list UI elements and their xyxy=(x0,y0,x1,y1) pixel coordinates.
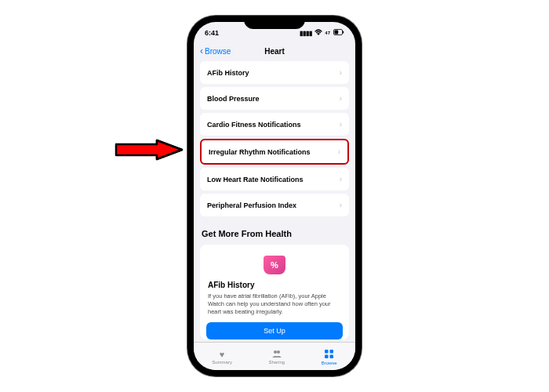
svg-rect-3 xyxy=(343,31,344,34)
tab-bar: ♥ Summary Sharing Browse xyxy=(194,342,355,370)
chevron-left-icon: ‹ xyxy=(200,45,203,56)
list-item-label: Blood Pressure xyxy=(207,95,260,103)
chevron-right-icon: › xyxy=(340,94,342,103)
chevron-right-icon: › xyxy=(340,68,342,77)
promo-icon-container: % xyxy=(208,252,341,281)
tab-sharing[interactable]: Sharing xyxy=(268,350,285,365)
promo-card-afib: % AFib History If you have atrial fibril… xyxy=(200,245,349,339)
battery-percentage: 47 xyxy=(325,31,330,35)
svg-rect-9 xyxy=(330,354,334,358)
list-item-label: Irregular Rhythm Notifications xyxy=(209,148,311,156)
afib-heart-icon: % xyxy=(264,256,285,274)
promo-description: If you have atrial fibrillation (AFib), … xyxy=(208,292,341,316)
list-item-irregular-rhythm[interactable]: Irregular Rhythm Notifications › xyxy=(200,139,349,165)
svg-point-0 xyxy=(318,34,320,35)
list-item-peripheral-perfusion[interactable]: Peripheral Perfusion Index › xyxy=(200,194,349,216)
phone-screen: 6:41 ▮▮▮▮ 47 ‹ Browse Heart xyxy=(194,22,355,370)
chevron-right-icon: › xyxy=(338,147,340,156)
navigation-bar: ‹ Browse Heart xyxy=(194,41,355,61)
svg-rect-7 xyxy=(330,350,334,354)
tab-label: Sharing xyxy=(268,360,285,365)
list-item-afib-history[interactable]: AFib History › xyxy=(200,61,349,84)
chevron-right-icon: › xyxy=(340,175,342,183)
heart-data-list: AFib History › Blood Pressure › Cardio F… xyxy=(200,61,349,216)
phone-device-frame: 6:41 ▮▮▮▮ 47 ‹ Browse Heart xyxy=(187,16,362,376)
callout-arrow xyxy=(110,132,185,170)
cellular-signal-icon: ▮▮▮▮ xyxy=(300,30,312,37)
svg-rect-6 xyxy=(325,350,329,354)
list-item-label: AFib History xyxy=(207,69,249,77)
svg-rect-2 xyxy=(335,31,339,34)
phone-notch xyxy=(244,16,305,29)
wifi-icon xyxy=(314,29,322,37)
list-item-label: Low Heart Rate Notifications xyxy=(207,176,304,183)
tab-label: Browse xyxy=(322,361,337,365)
chevron-right-icon: › xyxy=(340,201,342,209)
status-right-cluster: ▮▮▮▮ 47 xyxy=(300,29,344,37)
battery-icon xyxy=(333,29,344,37)
people-icon xyxy=(271,350,282,359)
set-up-button[interactable]: Set Up xyxy=(206,322,343,339)
list-item-label: Cardio Fitness Notifications xyxy=(207,121,301,129)
tab-browse[interactable]: Browse xyxy=(322,350,337,365)
main-content: AFib History › Blood Pressure › Cardio F… xyxy=(194,61,355,342)
page-title: Heart xyxy=(264,47,285,56)
back-button[interactable]: ‹ Browse xyxy=(200,45,231,56)
status-time: 6:41 xyxy=(205,29,219,37)
back-button-label: Browse xyxy=(205,47,231,56)
tab-summary[interactable]: ♥ Summary xyxy=(212,350,232,365)
svg-point-4 xyxy=(274,350,277,354)
tab-label: Summary xyxy=(212,360,232,365)
list-item-label: Peripheral Perfusion Index xyxy=(207,201,296,209)
chevron-right-icon: › xyxy=(340,120,342,129)
svg-point-5 xyxy=(277,350,280,354)
list-item-cardio-fitness[interactable]: Cardio Fitness Notifications › xyxy=(200,113,349,136)
promo-title: AFib History xyxy=(208,281,341,289)
section-header: Get More From Health xyxy=(200,226,349,245)
svg-rect-8 xyxy=(325,354,329,358)
grid-icon xyxy=(325,350,333,360)
list-item-blood-pressure[interactable]: Blood Pressure › xyxy=(200,87,349,110)
list-item-low-heart-rate[interactable]: Low Heart Rate Notifications › xyxy=(200,168,349,191)
heart-icon: ♥ xyxy=(220,350,225,359)
